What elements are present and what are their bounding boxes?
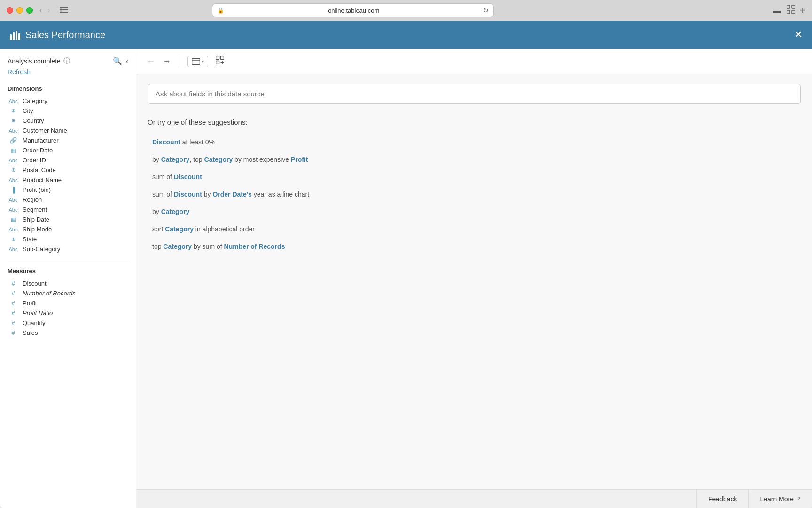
hash-icon: # [8,300,19,307]
dimension-product-name[interactable]: Abc Product Name [8,175,128,185]
suggestion-text: top [152,243,163,250]
dimension-sub-category[interactable]: Abc Sub-Category [8,244,128,254]
window-container: Sales Performance ✕ Analysis complete ⓘ … [0,21,812,508]
dimension-manufacturer[interactable]: 🔗 Manufacturer [8,135,128,145]
field-label: Customer Name [23,127,67,134]
dimension-state[interactable]: ⊕ State [8,234,128,244]
dimension-segment[interactable]: Abc Segment [8,205,128,214]
field-label: Ship Mode [23,226,52,233]
svg-rect-8 [10,34,12,40]
measure-discount[interactable]: # Discount [8,278,128,288]
reload-button[interactable]: ↻ [483,7,489,14]
suggestion-text: , top [189,156,204,163]
suggestion-sum-discount-by-date[interactable]: sum of Discount by Order Date's year as … [148,186,801,203]
field-label: Postal Code [23,167,56,174]
browser-forward-button[interactable]: › [46,6,52,15]
field-label: Profit (bin) [23,186,51,193]
minimize-traffic-light[interactable] [16,7,23,14]
abc-icon: Abc [8,128,19,134]
measure-number-of-records[interactable]: # Number of Records [8,288,128,298]
dimension-ship-mode[interactable]: Abc Ship Mode [8,224,128,234]
measure-profit[interactable]: # Profit [8,298,128,308]
address-bar[interactable]: 🔒 online.tableau.com ↻ [212,3,494,17]
learn-more-label: Learn More [760,495,794,503]
dimension-region[interactable]: Abc Region [8,195,128,205]
field-label: State [23,236,37,243]
globe-icon: ⊕ [8,118,19,124]
field-label: Category [23,97,47,104]
dimension-category[interactable]: Abc Category [8,96,128,106]
measure-profit-ratio[interactable]: # Profit Ratio [8,308,128,318]
grid-view-button[interactable] [214,54,226,69]
toolbar-divider [180,56,180,67]
info-icon[interactable]: ⓘ [63,57,70,65]
maximize-traffic-light[interactable] [26,7,33,14]
suggestion-text: sort [152,225,165,233]
feedback-button[interactable]: Feedback [696,490,748,508]
analysis-header: Analysis complete ⓘ 🔍 ‹ [8,56,128,65]
dimension-postal-code[interactable]: ⊕ Postal Code [8,165,128,175]
main-panel: ← → ▾ [136,49,812,508]
browser-back-button[interactable]: ‹ [38,6,44,15]
share-button[interactable] [772,4,782,17]
suggestion-discount-atleast[interactable]: Discount at least 0% [148,134,801,151]
forward-button[interactable]: → [162,56,172,67]
field-label: Profit Ratio [23,310,53,317]
svg-rect-6 [787,10,790,14]
measure-quantity[interactable]: # Quantity [8,318,128,328]
suggestions-title: Or try one of these suggestions: [148,118,801,126]
search-button[interactable]: 🔍 [113,56,122,65]
abc-icon: Abc [8,98,19,104]
close-button[interactable]: ✕ [794,30,803,40]
field-label: Discount [23,280,47,287]
view-toggle-button[interactable]: ▾ [187,56,208,67]
svg-rect-4 [787,5,790,8]
suggestion-highlight: Profit [291,156,308,163]
dimension-order-id[interactable]: Abc Order ID [8,155,128,165]
hash-icon: # [8,280,19,287]
svg-rect-3 [60,7,62,13]
url-text: online.tableau.com [227,7,480,14]
suggestion-sum-discount[interactable]: sum of Discount [148,168,801,186]
globe-icon: ⊕ [8,167,19,173]
measure-sales[interactable]: # Sales [8,328,128,338]
learn-more-button[interactable]: Learn More ↗ [748,490,812,508]
suggestion-text: by [202,190,213,198]
svg-rect-15 [221,56,224,60]
dimension-country[interactable]: ⊕ Country [8,116,128,126]
suggestion-highlight: Category [204,156,233,163]
browser-sidebar-button[interactable] [57,5,71,16]
abc-icon: Abc [8,207,19,213]
collapse-button[interactable]: ‹ [126,56,128,65]
abc-icon: Abc [8,158,19,163]
dimension-customer-name[interactable]: Abc Customer Name [8,126,128,135]
field-label: Sales [23,329,38,336]
svg-rect-5 [792,5,795,8]
field-label: Order ID [23,157,46,164]
suggestion-by-category[interactable]: by Category [148,203,801,221]
sales-performance-icon [9,29,21,40]
back-button[interactable]: ← [146,56,156,67]
suggestion-top-category-records[interactable]: top Category by sum of Number of Records [148,238,801,255]
suggestion-by-category-top[interactable]: by Category, top Category by most expens… [148,151,801,168]
dimension-order-date[interactable]: ▦ Order Date [8,145,128,155]
field-label: Segment [23,206,47,213]
field-label: Country [23,117,44,124]
new-tab-button[interactable]: + [800,5,805,16]
sidebar-actions: 🔍 ‹ [113,56,128,65]
ask-area [136,74,812,113]
measures-section-title: Measures [8,268,128,275]
tab-view-button[interactable] [786,4,796,17]
dimension-city[interactable]: ⊕ City [8,106,128,116]
refresh-link[interactable]: Refresh [8,68,128,76]
suggestion-highlight: Category [161,208,190,215]
svg-rect-9 [13,32,15,40]
ask-input[interactable] [148,84,801,104]
suggestion-sort-category[interactable]: sort Category in alphabetical order [148,221,801,238]
dimension-profit-bin[interactable]: ▐ Profit (bin) [8,185,128,195]
dimension-ship-date[interactable]: ▦ Ship Date [8,214,128,224]
hash-icon: # [8,329,19,336]
suggestion-text: sum of [152,190,174,198]
suggestion-highlight: Category [163,243,192,250]
close-traffic-light[interactable] [7,7,13,14]
